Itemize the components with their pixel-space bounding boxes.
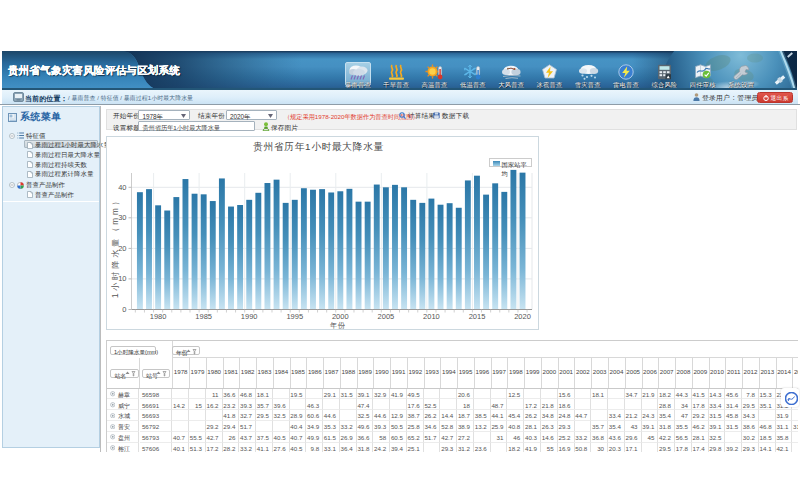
- svg-text:2005: 2005: [378, 312, 395, 321]
- svg-text:2010: 2010: [423, 312, 440, 321]
- svg-text:2020: 2020: [514, 312, 531, 321]
- svg-text:1995: 1995: [286, 312, 303, 321]
- svg-text:1985: 1985: [195, 312, 212, 321]
- svg-text:1980: 1980: [150, 312, 167, 321]
- svg-text:2015: 2015: [469, 312, 486, 321]
- svg-text:1990: 1990: [241, 312, 258, 321]
- svg-text:0: 0: [122, 305, 126, 314]
- svg-text:40: 40: [118, 183, 126, 192]
